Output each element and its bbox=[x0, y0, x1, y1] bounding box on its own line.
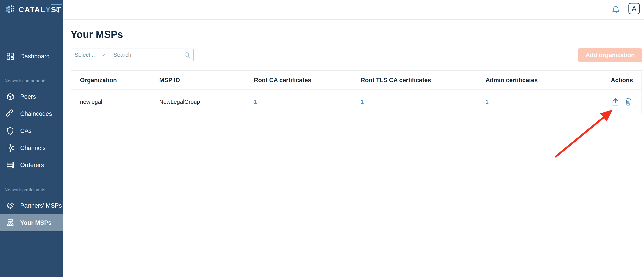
export-msp-button[interactable] bbox=[611, 97, 620, 107]
shield-icon bbox=[6, 126, 15, 136]
column-header-root-tls-ca-certificates: Root TLS CA certificates bbox=[361, 77, 486, 84]
filter-select-value: Select... bbox=[74, 52, 95, 58]
sidebar-item-label: Channels bbox=[20, 144, 46, 152]
avatar-letter: A bbox=[632, 5, 636, 12]
brand-name-accent: Y bbox=[46, 6, 51, 14]
brand-logo-icon bbox=[6, 5, 16, 15]
sidebar-item-dashboard[interactable]: Dashboard bbox=[0, 48, 63, 65]
cell-msp-id: NewLegalGroup bbox=[159, 99, 254, 105]
column-header-admin-certificates: Admin certificates bbox=[486, 77, 606, 84]
column-header-organization: Organization bbox=[80, 77, 159, 84]
column-header-actions: Actions bbox=[611, 77, 633, 84]
cell-admin-certificates-link[interactable]: 1 bbox=[486, 99, 606, 105]
column-header-msp-id: MSP ID bbox=[159, 77, 254, 84]
sidebar-item-chaincodes[interactable]: Chaincodes bbox=[0, 105, 63, 122]
brand-name-pre: CATAL bbox=[19, 6, 46, 14]
sidebar-item-label: Dashboard bbox=[20, 53, 50, 60]
sidebar-item-label: Chaincodes bbox=[20, 110, 52, 117]
sidebar-item-label: Your MSPs bbox=[20, 219, 52, 226]
dashboard-icon bbox=[6, 52, 15, 61]
sidebar-item-label: Partners’ MSPs bbox=[20, 202, 62, 209]
table-header-row: Organization MSP ID Root CA certificates… bbox=[71, 71, 642, 90]
trash-icon bbox=[624, 97, 633, 107]
sidebar-item-label: Peers bbox=[20, 93, 36, 100]
sidebar-collapse-button[interactable] bbox=[54, 6, 60, 14]
table-row: newlegal NewLegalGroup 1 1 1 bbox=[71, 90, 642, 114]
chain-link-icon bbox=[6, 109, 15, 118]
network-hub-icon bbox=[6, 144, 15, 152]
sidebar-item-cas[interactable]: CAs bbox=[0, 122, 63, 140]
sidebar-item-label: CAs bbox=[20, 128, 32, 134]
topbar: A bbox=[63, 0, 644, 20]
bell-icon bbox=[611, 5, 620, 15]
avatar[interactable]: A bbox=[628, 3, 640, 14]
cell-root-tls-ca-certificates-link[interactable]: 1 bbox=[361, 99, 486, 105]
sidebar-section-network-participants: Network participants bbox=[5, 188, 45, 192]
notifications-button[interactable] bbox=[611, 5, 620, 15]
cell-organization: newlegal bbox=[80, 99, 159, 105]
filter-select[interactable]: Select... bbox=[71, 49, 109, 61]
sidebar-item-channels[interactable]: Channels bbox=[0, 140, 63, 156]
brand-logo: CATALYST bbox=[6, 5, 62, 15]
filter-group: Select... bbox=[71, 48, 194, 61]
server-stack-icon bbox=[6, 161, 15, 170]
sidebar-item-peers[interactable]: Peers bbox=[0, 88, 63, 105]
column-header-root-ca-certificates: Root CA certificates bbox=[254, 77, 361, 84]
add-organization-button[interactable]: Add organization bbox=[578, 48, 642, 62]
sidebar-item-partners-msps[interactable]: Partners’ MSPs bbox=[0, 197, 63, 214]
handshake-icon bbox=[6, 201, 15, 210]
sidebar: CATALYST Dashboard Network components Pe… bbox=[0, 0, 63, 277]
main-content: Your MSPs Select... Add organization Org… bbox=[63, 20, 644, 277]
sidebar-item-label: Orderers bbox=[20, 162, 44, 168]
export-icon bbox=[611, 97, 620, 107]
sidebar-item-your-msps[interactable]: Your MSPs bbox=[0, 214, 63, 231]
chevron-down-icon bbox=[100, 52, 106, 58]
delete-msp-button[interactable] bbox=[624, 97, 633, 107]
chevron-left-icon bbox=[54, 6, 60, 14]
cell-actions bbox=[611, 97, 633, 107]
cube-icon bbox=[6, 92, 15, 101]
search-button[interactable] bbox=[181, 49, 193, 61]
hierarchy-icon bbox=[6, 218, 15, 227]
sidebar-section-network-components: Network components bbox=[5, 78, 46, 84]
sidebar-item-orderers[interactable]: Orderers bbox=[0, 156, 63, 174]
search-input[interactable] bbox=[109, 49, 181, 61]
page-title: Your MSPs bbox=[71, 29, 123, 40]
search-icon bbox=[183, 51, 191, 59]
cell-root-ca-certificates-link[interactable]: 1 bbox=[254, 99, 361, 105]
msp-table: Organization MSP ID Root CA certificates… bbox=[71, 70, 642, 114]
